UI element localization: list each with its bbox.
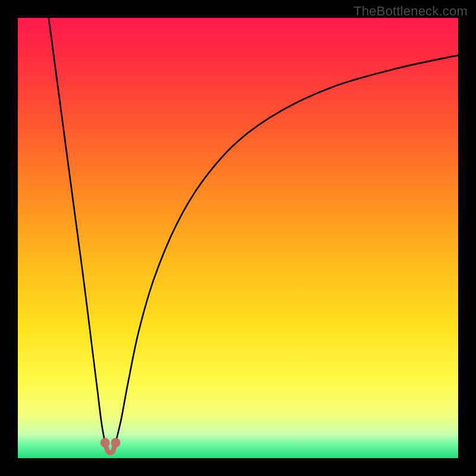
valley-left-dot xyxy=(101,438,110,447)
valley-right-dot xyxy=(111,438,120,447)
plot-background xyxy=(18,18,458,458)
bottleneck-chart xyxy=(0,0,476,476)
watermark-text: TheBottleneck.com xyxy=(353,4,468,19)
chart-frame: TheBottleneck.com xyxy=(0,0,476,476)
